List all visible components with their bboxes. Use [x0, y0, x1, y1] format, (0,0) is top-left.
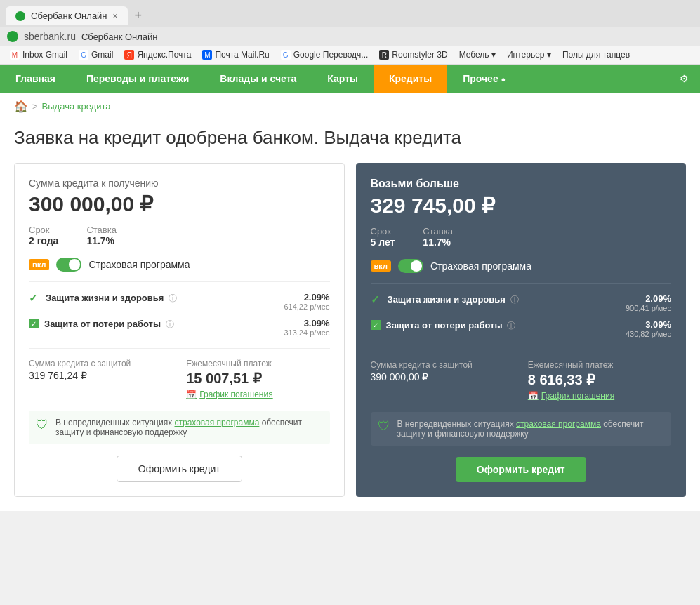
tab-favicon: [15, 11, 25, 21]
settings-icon[interactable]: ⚙: [668, 65, 700, 93]
card-right-insurance2-rate: 3.09%: [622, 319, 671, 330]
bookmark-interior[interactable]: Интерьер ▾: [503, 48, 555, 61]
card-left-info-text1: В непредвиденных ситуациях: [55, 418, 174, 427]
card-left-term: Срок 2 года: [29, 225, 58, 246]
card-right-cta-button[interactable]: Оформить кредит: [456, 457, 586, 482]
card-right-toggle-switch[interactable]: [398, 259, 423, 273]
nav-home[interactable]: Главная: [0, 65, 71, 93]
card-left-insurance2-name: Защита от потери работы: [44, 319, 161, 329]
card-left-amount: 300 000,00 ₽: [29, 192, 330, 216]
address-favicon: [7, 31, 18, 42]
bookmark-gmail-label: Gmail: [91, 50, 113, 60]
bookmark-poly[interactable]: Полы для танцев: [558, 48, 634, 61]
card-left-insurance1-name: Защита жизни и здоровья: [46, 293, 164, 303]
nav-transfers[interactable]: Переводы и платежи: [71, 65, 204, 93]
bookmark-inbox-gmail[interactable]: M Inbox Gmail: [6, 48, 72, 61]
roomstyler-icon: R: [379, 50, 389, 60]
card-right-sum-label: Сумма кредита с защитой: [371, 360, 514, 370]
card-left-cta-button[interactable]: Оформить кредит: [117, 456, 242, 482]
address-domain: sberbank.ru: [24, 31, 76, 42]
calendar-icon-right: 📅: [528, 391, 539, 401]
bookmark-roomstyler-label: Roomstyler 3D: [392, 50, 447, 60]
card-right-insurance-link[interactable]: страховая программа: [516, 419, 601, 429]
tab-title: Сбербанк Онлайн: [31, 11, 107, 21]
card-right-rate-label: Ставка: [423, 226, 453, 237]
breadcrumb-home-icon[interactable]: 🏠: [14, 100, 28, 113]
card-right-term: Срок 5 лет: [371, 226, 395, 248]
active-tab[interactable]: Сбербанк Онлайн ×: [6, 6, 128, 25]
shield-icon-right: 🛡: [378, 419, 392, 434]
nav-credits[interactable]: Кредиты: [374, 65, 447, 93]
card-right-insurance2-checkbox[interactable]: ✓: [371, 320, 381, 330]
new-tab-button[interactable]: +: [128, 4, 150, 27]
card-right-insurance1-check: ✓: [371, 293, 382, 306]
nav-cards[interactable]: Карты: [312, 65, 374, 93]
page-title: Заявка на кредит одобрена банком. Выдача…: [0, 120, 700, 163]
card-right-info-banner: 🛡 В непредвиденных ситуациях страховая п…: [371, 412, 672, 446]
nav-deposits[interactable]: Вклады и счета: [204, 65, 312, 93]
card-left-insurance-link[interactable]: страховая программа: [174, 418, 259, 427]
breadcrumb-separator: >: [32, 101, 38, 112]
info-icon-2[interactable]: ⓘ: [166, 319, 174, 329]
card-left-insurance1-monthly: 614,22 р/мес: [281, 302, 330, 311]
card-right-schedule-link[interactable]: 📅 График погашения: [528, 391, 671, 401]
bookmark-mailru[interactable]: M Почта Mail.Ru: [198, 48, 273, 61]
cards-container: Сумма кредита к получению 300 000,00 ₽ С…: [0, 163, 700, 511]
card-right-term-label: Срок: [371, 226, 395, 237]
card-right-payment-label: Ежемесячный платеж: [528, 360, 671, 370]
address-bar: sberbank.ru Сбербанк Онлайн: [0, 27, 700, 46]
card-left-info-text: В непредвиденных ситуациях страховая про…: [55, 418, 323, 437]
card-left-schedule-link[interactable]: 📅 График погашения: [186, 390, 329, 399]
card-right-promo: Возьми больше: [371, 178, 672, 190]
card-left-insurance1-check: ✓: [29, 292, 40, 305]
card-right-info-text: В непредвиденных ситуациях страховая про…: [397, 419, 665, 439]
bookmark-interior-label: Интерьер ▾: [507, 50, 551, 60]
address-text: Сбербанк Онлайн: [81, 32, 158, 42]
card-left-insurance2-monthly: 313,24 р/мес: [281, 328, 330, 337]
card-right-toggle-badge: вкл: [371, 260, 391, 272]
bookmark-mebel[interactable]: Мебель ▾: [455, 48, 500, 61]
card-left-insurance2-rate: 3.09%: [281, 318, 330, 328]
card-left-sum-item: Сумма кредита с защитой 319 761,24 ₽: [29, 359, 172, 399]
card-left-rate-label: Ставка: [86, 225, 117, 235]
bookmark-inbox-gmail-label: Inbox Gmail: [22, 50, 67, 60]
card-left-insurance1-rate: 2.09%: [281, 292, 330, 302]
card-left-rate: Ставка 11.7%: [86, 225, 117, 246]
bookmark-gmail[interactable]: G Gmail: [74, 48, 117, 61]
card-left-term-label: Срок: [29, 225, 58, 235]
card-left-term-value: 2 года: [29, 235, 58, 246]
bookmarks-bar: M Inbox Gmail G Gmail Я Яндекс.Почта M П…: [0, 46, 700, 65]
card-left-insurance2-checkbox[interactable]: ✓: [29, 319, 39, 328]
top-nav: Главная Переводы и платежи Вклады и счет…: [0, 65, 700, 93]
bookmark-mailru-label: Почта Mail.Ru: [215, 50, 269, 60]
breadcrumb: 🏠 > Выдача кредита: [0, 93, 700, 120]
shield-icon-left: 🛡: [36, 418, 50, 432]
info-icon-1[interactable]: ⓘ: [169, 293, 177, 303]
card-right-insurance2-name: Защита от потери работы: [386, 320, 503, 331]
card-right-meta: Срок 5 лет Ставка 11.7%: [371, 226, 672, 248]
info-icon-4[interactable]: ⓘ: [507, 321, 515, 331]
card-right-rate: Ставка 11.7%: [423, 226, 453, 248]
card-left-insurance2-row: ✓ Защита от потери работы ⓘ 3.09% 313,24…: [29, 318, 330, 337]
card-left-toggle-switch[interactable]: [56, 258, 81, 272]
card-right-cta: Оформить кредит: [371, 457, 672, 482]
info-icon-3[interactable]: ⓘ: [510, 295, 519, 305]
card-left-toggle-badge: вкл: [29, 259, 49, 270]
calendar-icon: 📅: [186, 390, 197, 399]
card-right-payment-item: Ежемесячный платеж 8 616,33 ₽ 📅 График п…: [528, 360, 671, 401]
bookmark-yandex[interactable]: Я Яндекс.Почта: [120, 48, 195, 61]
card-right-info-text1: В непредвиденных ситуациях: [397, 419, 516, 429]
tab-close-button[interactable]: ×: [113, 11, 118, 21]
bookmark-google-translate[interactable]: G Google Переводч...: [277, 48, 373, 61]
breadcrumb-link[interactable]: Выдача кредита: [42, 101, 111, 112]
card-left-insurance1-row: ✓ Защита жизни и здоровья ⓘ 2.09% 614,22…: [29, 292, 330, 311]
nav-other[interactable]: Прочее ●: [447, 65, 521, 93]
card-right-insurance1-rate: 2.09%: [622, 293, 671, 304]
bookmark-roomstyler[interactable]: R Roomstyler 3D: [375, 48, 451, 61]
card-right-insurance2-monthly: 430,82 р/мес: [622, 330, 671, 338]
card-right-sum-value: 390 000,00 ₽: [371, 371, 514, 383]
card-left-meta: Срок 2 года Ставка 11.7%: [29, 225, 330, 246]
card-left-toggle-knob: [69, 259, 80, 270]
bookmark-google-translate-label: Google Переводч...: [293, 50, 369, 60]
card-left-toggle-label: Страховая программа: [88, 259, 190, 270]
